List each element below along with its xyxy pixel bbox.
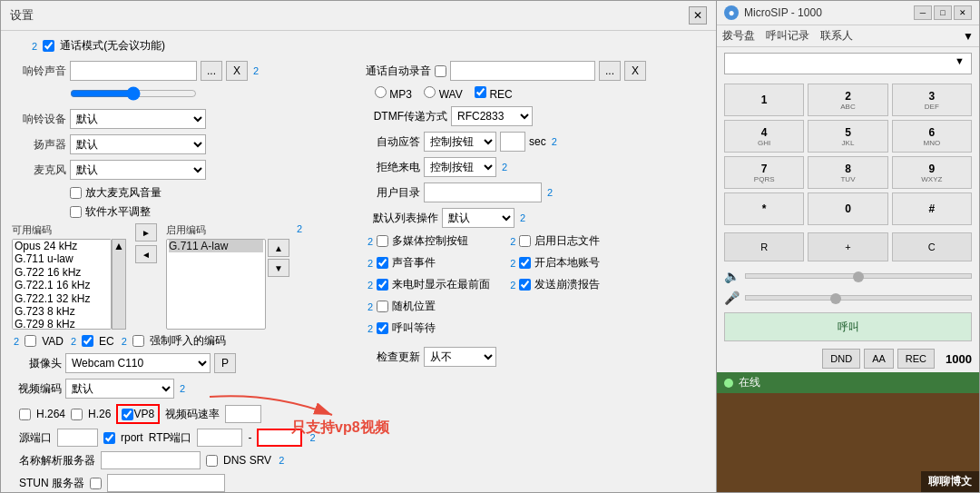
dial-btn-4[interactable]: 4 GHI [724,120,804,153]
plus-btn[interactable]: + [808,232,887,261]
audio-event-checkbox[interactable] [377,257,388,269]
foreground-help[interactable]: 2 [368,280,373,291]
dial-btn-star[interactable]: * [724,192,804,225]
record-clear-btn[interactable]: X [624,61,646,81]
video-codec-help[interactable]: 2 [180,383,185,394]
dnd-btn[interactable]: DND [822,349,860,369]
codec-remove-btn[interactable]: ◄ [135,245,157,263]
crash-report-checkbox[interactable] [519,279,531,291]
speaker-slider[interactable] [745,273,972,279]
rport-checkbox[interactable] [103,432,115,444]
forced-codec-help[interactable]: 2 [122,336,127,347]
auto-answer-sec-input[interactable]: 0 [500,132,525,152]
random-pos-checkbox[interactable] [377,301,388,312]
vad-checkbox[interactable] [24,335,36,347]
number-dropdown-arrow[interactable]: ▼ [955,55,965,66]
available-scrollbar[interactable]: ▲ [112,239,126,330]
user-dir-input[interactable] [424,182,542,202]
default-action-select[interactable]: 默认 [442,208,514,228]
dial-btn-8[interactable]: 8 TUV [808,156,887,189]
rec-checkbox[interactable] [475,86,486,98]
dial-btn-1[interactable]: 1 [724,84,804,116]
dial-btn-0[interactable]: 0 [808,192,887,225]
dial-btn-2[interactable]: 2 ABC [808,84,887,116]
stun-input[interactable] [107,474,225,492]
camera-p-btn[interactable]: P [214,353,236,373]
default-action-help[interactable]: 2 [520,212,525,223]
auto-answer-help[interactable]: 2 [552,136,557,147]
dtmf-select[interactable]: RFC2833 [451,106,533,126]
menu-contacts[interactable]: 联系人 [820,28,853,44]
rtp-port-start-input[interactable]: 10000 [197,429,242,447]
mic-select[interactable]: 默认 [70,160,206,180]
media-ctrl-checkbox[interactable] [377,235,388,247]
dial-btn-5[interactable]: 5 JKL [808,120,887,153]
local-acc-checkbox[interactable] [519,257,531,269]
codec-down-btn[interactable]: ▼ [268,259,289,277]
conference-help[interactable]: 2 [32,41,37,52]
speaker-select[interactable]: 默认 [70,134,206,154]
camera-select[interactable]: Webcam C110 [65,353,211,373]
r-btn[interactable]: R [724,232,804,261]
wav-radio[interactable] [424,86,436,98]
ports-help[interactable]: 2 [309,432,315,443]
ringtone-input[interactable] [70,61,197,81]
log-file-help[interactable]: 2 [510,236,515,247]
available-codec-list[interactable]: Opus 24 kHz G.711 u-law G.722 16 kHz G.7… [12,239,112,330]
local-acc-help[interactable]: 2 [510,258,515,269]
name-server-input[interactable] [101,451,201,469]
record-browse-btn[interactable]: ... [599,61,621,81]
ec-help[interactable]: 2 [71,336,76,347]
source-port-input[interactable]: 9800 [57,429,98,447]
call-wait-help[interactable]: 2 [368,323,373,334]
aa-btn[interactable]: AA [864,349,894,369]
bitrate-input[interactable]: 256 [225,405,261,423]
ring-device-select[interactable]: 默认 [70,109,206,129]
mp3-radio[interactable] [375,86,387,98]
conference-checkbox[interactable] [43,40,54,52]
call-wait-checkbox[interactable] [377,322,388,334]
mic-slider[interactable] [745,295,972,301]
vp8-checkbox[interactable] [122,409,133,420]
codec-add-btn[interactable]: ► [135,223,157,242]
h263-checkbox[interactable] [71,409,83,420]
ringtone-clear-btn[interactable]: X [226,61,248,81]
dial-btn-7[interactable]: 7 PQRS [724,156,804,189]
menu-dialpad[interactable]: 拨号盘 [722,28,755,44]
rtp-port-end-input[interactable]: 20000 [257,429,302,447]
mic-thumb[interactable] [830,293,841,304]
dial-btn-hash[interactable]: # [892,192,972,225]
random-pos-help[interactable]: 2 [368,301,373,312]
dial-btn-6[interactable]: 6 MNO [892,120,972,153]
auto-answer-select[interactable]: 控制按钮 [424,132,496,152]
auto-record-checkbox[interactable] [435,65,446,77]
c-btn[interactable]: C [892,232,972,261]
foreground-checkbox[interactable] [377,279,388,291]
stun-checkbox[interactable] [90,478,102,489]
crash-report-help[interactable]: 2 [510,280,515,291]
name-server-help[interactable]: 2 [279,455,284,466]
dns-srv-checkbox[interactable] [206,455,218,467]
dial-btn-9[interactable]: 9 WXYZ [892,156,972,189]
dial-btn-3[interactable]: 3 DEF [892,84,972,116]
video-codec-select[interactable]: 默认 [65,379,174,399]
ec-checkbox[interactable] [82,335,93,347]
software-eq-checkbox[interactable] [70,206,82,218]
h264-checkbox[interactable] [19,409,31,420]
reject-help[interactable]: 2 [502,162,507,173]
audio-event-help[interactable]: 2 [368,258,373,269]
enabled-codec-list[interactable]: G.711 A-law [166,239,266,330]
log-file-checkbox[interactable] [519,235,531,247]
check-update-select[interactable]: 从不 [424,347,496,367]
microsip-number-input[interactable] [724,53,972,74]
record-path-input[interactable]: C:\Users\Mike\Desktop\Recordings [450,61,595,81]
ringtone-browse-btn[interactable]: ... [201,61,222,81]
codec-help[interactable]: 2 [297,223,302,234]
menu-history[interactable]: 呼叫记录 [766,28,809,44]
call-button[interactable]: 呼叫 [724,312,972,341]
amplify-checkbox[interactable] [70,187,82,199]
speaker-thumb[interactable] [853,271,864,282]
rec-btn[interactable]: REC [897,349,935,369]
microsip-close-btn[interactable]: ✕ [954,5,972,20]
microsip-maximize-btn[interactable]: □ [934,5,952,20]
